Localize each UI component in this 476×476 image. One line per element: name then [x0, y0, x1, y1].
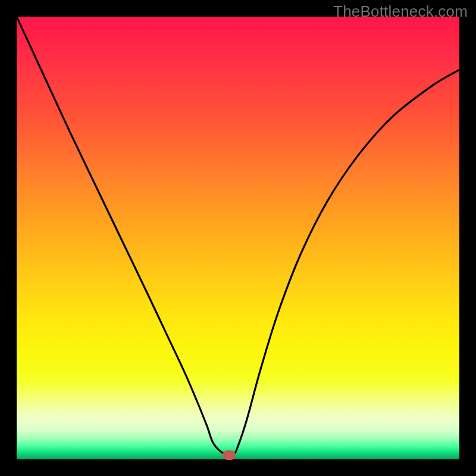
plot-area: [17, 17, 459, 459]
chart-frame: TheBottleneck.com: [0, 0, 476, 476]
gradient-background: [17, 17, 459, 459]
optimal-point-marker: [223, 450, 236, 460]
